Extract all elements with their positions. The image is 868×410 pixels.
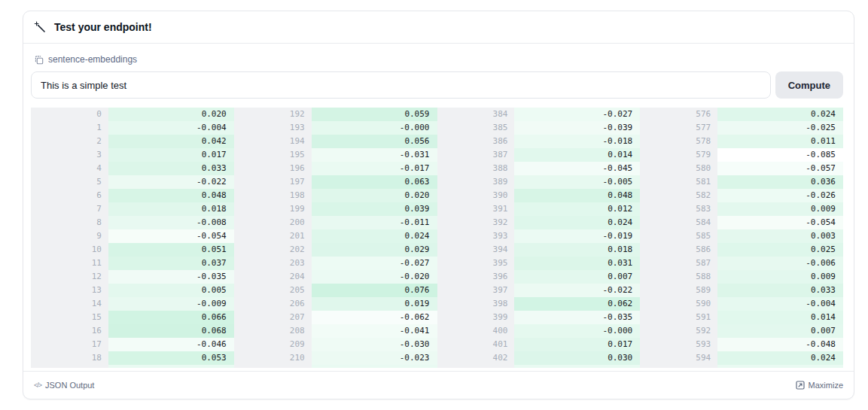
- value-cell: [108, 365, 234, 368]
- value-cell: 0.042: [108, 135, 234, 148]
- value-cell: -0.006: [717, 257, 843, 270]
- index-cell: 594: [640, 351, 717, 365]
- index-cell: 582: [640, 189, 717, 202]
- index-cell: 400: [437, 324, 515, 338]
- embeddings-table[interactable]: 00.0201920.059384-0.0275760.0241-0.00419…: [31, 108, 843, 368]
- inference-widget-card: Test your endpoint! sentence-embeddings …: [23, 11, 854, 399]
- value-cell: 0.048: [514, 189, 640, 202]
- index-cell: 195: [234, 148, 312, 162]
- value-cell: -0.004: [717, 297, 843, 311]
- index-cell: 11: [31, 257, 108, 270]
- index-cell: 203: [234, 257, 312, 270]
- value-cell: -0.011: [312, 216, 437, 229]
- value-cell: 0.068: [108, 324, 234, 338]
- index-cell: 209: [234, 338, 312, 351]
- widget-title: Test your endpoint!: [54, 21, 152, 33]
- maximize-button[interactable]: Maximize: [796, 381, 843, 390]
- index-cell: 581: [640, 175, 717, 189]
- value-cell: -0.085: [717, 148, 843, 162]
- value-cell: -0.035: [514, 311, 640, 324]
- value-cell: -0.045: [514, 162, 640, 175]
- index-cell: 579: [640, 148, 717, 162]
- index-cell: 4: [31, 162, 108, 175]
- index-cell: 393: [437, 229, 515, 243]
- index-cell: 580: [640, 162, 717, 175]
- index-cell: 9: [31, 229, 108, 243]
- value-cell: 0.030: [514, 351, 640, 365]
- value-cell: [717, 365, 843, 368]
- value-cell: -0.004: [108, 121, 234, 135]
- index-cell: 577: [640, 121, 717, 135]
- index-cell: 13: [31, 284, 108, 297]
- index-cell: 392: [437, 216, 515, 229]
- index-cell: 384: [437, 108, 515, 121]
- value-cell: -0.062: [312, 311, 437, 324]
- index-cell: 585: [640, 229, 717, 243]
- compute-button[interactable]: Compute: [775, 71, 843, 99]
- index-cell: [640, 365, 717, 368]
- index-cell: 17: [31, 338, 108, 351]
- index-cell: 18: [31, 351, 108, 365]
- index-cell: 388: [437, 162, 515, 175]
- index-cell: 593: [640, 338, 717, 351]
- index-cell: 1: [31, 121, 108, 135]
- index-cell: 5: [31, 175, 108, 189]
- index-cell: 590: [640, 297, 717, 311]
- value-cell: 0.025: [717, 243, 843, 257]
- value-cell: 0.009: [717, 270, 843, 284]
- index-cell: 192: [234, 108, 312, 121]
- value-cell: -0.023: [312, 351, 437, 365]
- json-output-label: JSON Output: [45, 381, 94, 390]
- index-cell: 201: [234, 229, 312, 243]
- index-cell: 386: [437, 135, 515, 148]
- index-cell: 210: [234, 351, 312, 365]
- value-cell: -0.022: [108, 175, 234, 189]
- value-cell: 0.014: [514, 148, 640, 162]
- value-cell: 0.033: [717, 284, 843, 297]
- index-cell: 402: [437, 351, 515, 365]
- value-cell: -0.054: [108, 229, 234, 243]
- json-output-button[interactable]: </> JSON Output: [34, 381, 94, 390]
- value-cell: 0.039: [312, 202, 437, 216]
- value-cell: [514, 365, 640, 368]
- index-cell: 10: [31, 243, 108, 257]
- value-cell: -0.005: [514, 175, 640, 189]
- index-cell: 401: [437, 338, 515, 351]
- value-cell: -0.039: [514, 121, 640, 135]
- value-cell: -0.054: [717, 216, 843, 229]
- index-cell: 389: [437, 175, 515, 189]
- text-input[interactable]: [31, 71, 771, 99]
- value-cell: 0.011: [717, 135, 843, 148]
- value-cell: -0.000: [514, 324, 640, 338]
- widget-footer: </> JSON Output Maximize: [23, 371, 854, 399]
- value-cell: -0.019: [514, 229, 640, 243]
- value-cell: -0.018: [514, 135, 640, 148]
- value-cell: 0.024: [717, 108, 843, 121]
- value-cell: -0.048: [717, 338, 843, 351]
- index-cell: 15: [31, 311, 108, 324]
- index-cell: 7: [31, 202, 108, 216]
- value-cell: -0.027: [312, 257, 437, 270]
- index-cell: 583: [640, 202, 717, 216]
- value-cell: -0.017: [312, 162, 437, 175]
- index-cell: 578: [640, 135, 717, 148]
- index-cell: 16: [31, 324, 108, 338]
- form-row: Compute: [31, 71, 843, 99]
- index-cell: 205: [234, 284, 312, 297]
- value-cell: -0.008: [108, 216, 234, 229]
- value-cell: 0.063: [312, 175, 437, 189]
- index-cell: 198: [234, 189, 312, 202]
- value-cell: -0.000: [312, 121, 437, 135]
- value-cell: -0.022: [514, 284, 640, 297]
- index-cell: 193: [234, 121, 312, 135]
- value-cell: -0.009: [108, 297, 234, 311]
- value-cell: 0.036: [717, 175, 843, 189]
- index-cell: 591: [640, 311, 717, 324]
- maximize-label: Maximize: [809, 381, 843, 390]
- value-cell: 0.051: [108, 243, 234, 257]
- value-cell: 0.020: [108, 108, 234, 121]
- value-cell: 0.053: [108, 351, 234, 365]
- value-cell: 0.037: [108, 257, 234, 270]
- value-cell: -0.026: [717, 189, 843, 202]
- index-cell: 197: [234, 175, 312, 189]
